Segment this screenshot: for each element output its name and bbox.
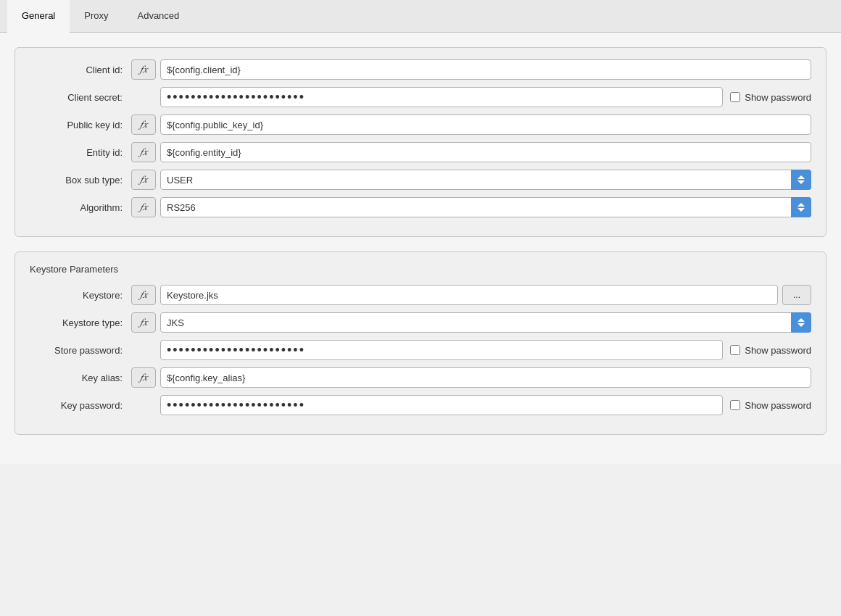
show-password-checkbox-key[interactable] (730, 400, 740, 410)
section-main: Client id: 𝑓𝑥 Client secret: Show passwo… (14, 47, 826, 237)
row-key-alias: Key alias: 𝑓𝑥 (30, 367, 811, 388)
fx-button-keystore-type[interactable]: 𝑓𝑥 (131, 312, 156, 333)
show-password-checkbox-client-secret[interactable] (730, 92, 740, 102)
row-client-id: Client id: 𝑓𝑥 (30, 59, 811, 80)
show-password-wrap-client-secret: Show password (730, 92, 811, 103)
fx-button-algorithm[interactable]: 𝑓𝑥 (131, 197, 156, 217)
row-store-password: Store password: Show password (30, 340, 811, 360)
keystore-section-header: Keystore Parameters (30, 264, 811, 275)
input-store-password[interactable] (160, 340, 723, 360)
row-public-key-id: Public key id: 𝑓𝑥 (30, 115, 811, 135)
row-entity-id: Entity id: 𝑓𝑥 (30, 142, 811, 162)
label-client-id: Client id: (30, 64, 131, 75)
show-password-label-client-secret: Show password (745, 92, 811, 103)
label-algorithm: Algorithm: (30, 202, 131, 213)
input-keystore[interactable] (160, 285, 778, 305)
fx-button-entity-id[interactable]: 𝑓𝑥 (131, 142, 156, 162)
label-client-secret: Client secret: (30, 92, 131, 103)
show-password-wrap-key: Show password (730, 400, 811, 411)
tab-advanced[interactable]: Advanced (123, 0, 194, 33)
fx-button-client-id[interactable]: 𝑓𝑥 (131, 59, 156, 80)
label-public-key-id: Public key id: (30, 120, 131, 130)
show-password-checkbox-store[interactable] (730, 345, 740, 355)
label-keystore: Keystore: (30, 290, 131, 301)
browse-button-keystore[interactable]: ... (782, 285, 811, 305)
input-client-id[interactable] (160, 59, 811, 80)
tab-proxy[interactable]: Proxy (70, 0, 123, 33)
show-password-label-key: Show password (745, 400, 811, 411)
select-wrapper-box-sub-type: USER ENTERPRISE (160, 170, 811, 190)
select-algorithm[interactable]: RS256 RS512 (160, 197, 811, 217)
label-keystore-type: Keystore type: (30, 317, 131, 328)
input-key-alias[interactable] (160, 367, 811, 388)
label-box-sub-type: Box sub type: (30, 175, 131, 186)
row-box-sub-type: Box sub type: 𝑓𝑥 USER ENTERPRISE (30, 170, 811, 190)
label-key-alias: Key alias: (30, 372, 131, 383)
main-content: Client id: 𝑓𝑥 Client secret: Show passwo… (0, 33, 841, 464)
input-entity-id[interactable] (160, 142, 811, 162)
fx-button-box-sub-type[interactable]: 𝑓𝑥 (131, 170, 156, 190)
tab-bar: General Proxy Advanced (0, 0, 841, 33)
fx-button-key-alias[interactable]: 𝑓𝑥 (131, 367, 156, 388)
label-store-password: Store password: (30, 345, 131, 356)
select-keystore-type[interactable]: JKS PKCS12 (160, 312, 811, 333)
row-key-password: Key password: Show password (30, 395, 811, 415)
label-key-password: Key password: (30, 400, 131, 411)
select-wrapper-keystore-type: JKS PKCS12 (160, 312, 811, 333)
input-public-key-id[interactable] (160, 115, 811, 135)
row-keystore-type: Keystore type: 𝑓𝑥 JKS PKCS12 (30, 312, 811, 333)
select-box-sub-type[interactable]: USER ENTERPRISE (160, 170, 811, 190)
tab-general[interactable]: General (7, 0, 70, 33)
section-keystore: Keystore Parameters Keystore: 𝑓𝑥 ... Key… (14, 251, 826, 435)
input-key-password[interactable] (160, 395, 723, 415)
select-wrapper-algorithm: RS256 RS512 (160, 197, 811, 217)
row-client-secret: Client secret: Show password (30, 87, 811, 107)
fx-button-public-key-id[interactable]: 𝑓𝑥 (131, 115, 156, 135)
show-password-label-store: Show password (745, 345, 811, 356)
show-password-wrap-store: Show password (730, 345, 811, 356)
input-client-secret[interactable] (160, 87, 723, 107)
row-algorithm: Algorithm: 𝑓𝑥 RS256 RS512 (30, 197, 811, 217)
row-keystore: Keystore: 𝑓𝑥 ... (30, 285, 811, 305)
fx-button-keystore[interactable]: 𝑓𝑥 (131, 285, 156, 305)
label-entity-id: Entity id: (30, 147, 131, 158)
